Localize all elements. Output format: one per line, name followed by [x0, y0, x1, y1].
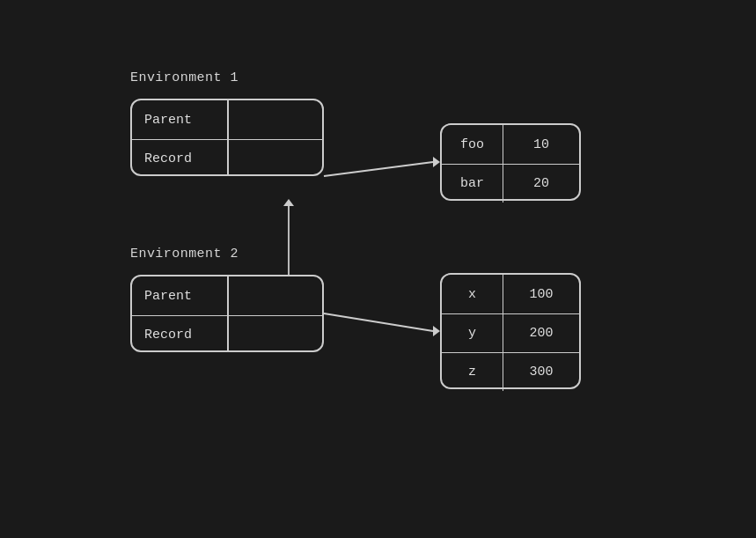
env2-parent-label: Parent	[144, 289, 192, 304]
env2-val-100: 100	[503, 275, 579, 313]
env2-key-y: y	[442, 314, 503, 352]
env1-record-row-bar: bar 20	[442, 164, 579, 203]
env2-record-label: Record	[144, 328, 192, 343]
env2-arrow-head	[433, 326, 440, 336]
env2-val-300: 300	[503, 353, 579, 391]
env2-record-table: x 100 y 200 z 300	[440, 273, 581, 389]
canvas: Environment 1 Parent Record foo 10 bar 2…	[0, 0, 756, 538]
env1-parent-label: Parent	[144, 113, 192, 128]
env2-record-row-y: y 200	[442, 313, 579, 352]
env2-arrow-line	[324, 313, 433, 331]
env1-record-table: foo 10 bar 20	[440, 123, 581, 201]
env2-key-x: x	[442, 275, 503, 313]
parent-link-head	[283, 199, 294, 206]
env2-val-200: 200	[503, 314, 579, 352]
env2-label: Environment 2	[130, 247, 239, 262]
env2-key-z: z	[442, 353, 503, 391]
env1-val-20: 20	[503, 165, 579, 203]
env1-label: Environment 1	[130, 70, 239, 85]
env1-val-10: 10	[503, 125, 579, 164]
env1-record-row-foo: foo 10	[442, 125, 579, 164]
env1-box: Parent Record	[130, 99, 324, 176]
env2-record-row-x: x 100	[442, 275, 579, 313]
env2-box: Parent Record	[130, 275, 324, 352]
arrows-overlay	[0, 0, 756, 538]
env1-arrow-head	[433, 157, 440, 167]
env1-key-foo: foo	[442, 125, 503, 164]
env1-key-bar: bar	[442, 165, 503, 203]
env1-arrow-line	[324, 162, 433, 176]
env1-record-label: Record	[144, 151, 192, 166]
env2-box-col-divider	[227, 276, 229, 350]
env1-box-col-divider	[227, 100, 229, 174]
env2-record-row-z: z 300	[442, 352, 579, 391]
